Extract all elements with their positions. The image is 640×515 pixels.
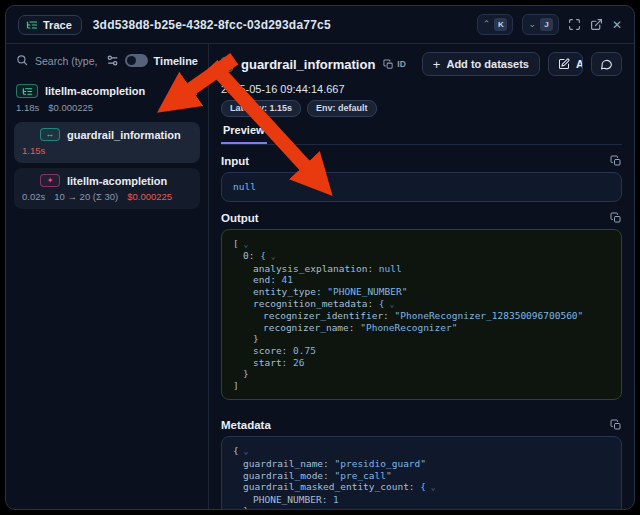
external-link-icon[interactable] [590, 18, 603, 31]
tab-preview[interactable]: Preview [221, 124, 267, 144]
observation-tree: litellm-acompletion 1.18s $0.000225 [14, 81, 200, 209]
chevron-up-icon: ⌃ [483, 20, 491, 29]
keycap-j: J [540, 18, 553, 31]
copy-output-button[interactable] [610, 212, 622, 224]
copy-icon [610, 155, 622, 167]
tab-bar: Preview [221, 124, 622, 145]
tree-item-guardrail-information[interactable]: ↔ guardrail_information 1.15s [14, 122, 200, 163]
span-icon: ↔ [221, 57, 233, 72]
pen-square-icon [558, 58, 570, 70]
annotate-button-group: Annotate ⌄ [548, 52, 583, 76]
code-line: ] [233, 380, 610, 392]
comment-bubble-icon [600, 58, 613, 71]
generation-icon: ✦ [40, 174, 60, 187]
code-line: end: 41 [233, 274, 610, 286]
tree-item-root-trace[interactable]: litellm-acompletion 1.18s $0.000225 [14, 81, 200, 117]
search-icon [16, 54, 29, 67]
code-line: score: 0.75 [233, 345, 610, 357]
chevron-down-icon: ⌄ [528, 20, 536, 29]
env-badge: Env: default [307, 100, 377, 117]
plus-icon: + [433, 58, 441, 71]
code-line: null [233, 181, 610, 193]
expand-icon[interactable] [568, 18, 581, 31]
comment-button[interactable] [591, 52, 622, 76]
timestamp: 2025-05-16 09:44:14.667 [221, 83, 622, 95]
trace-tree-sidebar: Timeline litellm-acompletion [6, 44, 209, 509]
search-input[interactable] [35, 55, 100, 67]
metadata-section-label: Metadata [221, 419, 271, 431]
root-cost: $0.000225 [48, 102, 93, 113]
code-line: recognizer_identifier: "PhoneRecognizer_… [233, 310, 610, 322]
prev-observation-button[interactable]: ⌃ K [477, 14, 514, 35]
code-line: } [233, 505, 610, 510]
output-json: [ ⌄0: { ⌄analysis_explanation: nullend: … [221, 229, 622, 401]
code-line: { ⌄ [233, 445, 610, 458]
id-label: ID [397, 59, 406, 69]
code-line: } [233, 368, 610, 380]
copy-icon [383, 59, 394, 70]
trace-icon [16, 84, 38, 98]
annotate-button[interactable]: Annotate [549, 53, 583, 75]
code-line: guardrail_masked_entity_count: { ⌄ [233, 481, 610, 494]
code-line: entity_type: "PHONE_NUMBER" [233, 286, 610, 298]
code-line: } [233, 333, 610, 345]
observation-latency: 0.02s [22, 191, 45, 202]
code-line: recognizer_name: "PhoneRecognizer" [233, 322, 610, 334]
trace-peek-window: Trace 3dd538d8-b25e-4382-8fcc-03d293da77… [5, 5, 635, 510]
timeline-toggle[interactable] [125, 54, 148, 67]
code-line: recognition_metadata: { ⌄ [233, 298, 610, 311]
add-to-datasets-button[interactable]: + Add to datasets [422, 52, 540, 76]
list-tree-icon [26, 19, 38, 31]
tree-item-label: litellm-acompletion [67, 175, 167, 187]
page-title: guardrail_information [241, 57, 375, 72]
observation-cost: $0.000225 [127, 191, 172, 202]
trace-badge-label: Trace [43, 19, 72, 31]
root-latency: 1.18s [16, 102, 39, 113]
topbar: Trace 3dd538d8-b25e-4382-8fcc-03d293da77… [6, 6, 634, 44]
observation-tokens: 10 → 20 (Σ 30) [54, 191, 118, 202]
observation-latency: 1.15s [22, 145, 45, 156]
tree-item-litellm-acompletion[interactable]: ✦ litellm-acompletion 0.02s 10 → 20 (Σ 3… [14, 168, 200, 209]
timeline-label: Timeline [154, 55, 198, 67]
toggle-knob [127, 56, 136, 65]
code-line: guardrail_mode: "pre_call" [233, 470, 610, 482]
input-section-label: Input [221, 155, 249, 167]
copy-input-button[interactable] [610, 155, 622, 167]
keycap-k: K [494, 18, 507, 31]
observation-detail-panel: ↔ guardrail_information ID + Add to data… [209, 44, 634, 509]
trace-type-badge[interactable]: Trace [18, 15, 82, 35]
copy-icon [610, 419, 622, 431]
collapse-all-icon[interactable] [171, 86, 181, 96]
close-icon[interactable]: ✕ [612, 18, 622, 32]
span-icon: ↔ [40, 128, 60, 141]
code-line: guardrail_name: "presidio_guard" [233, 458, 610, 470]
next-observation-button[interactable]: ⌄ J [522, 14, 559, 35]
topbar-actions: ⌃ K ⌄ J ✕ [477, 14, 622, 35]
latency-badge: Latency: 1.15s [221, 100, 301, 117]
code-line: 0: { ⌄ [233, 250, 610, 263]
code-line: [ ⌄ [233, 238, 610, 251]
output-section-label: Output [221, 212, 259, 224]
code-line: PHONE_NUMBER: 1 [233, 494, 610, 506]
tree-item-label: litellm-acompletion [45, 85, 145, 97]
expand-all-icon[interactable] [188, 86, 198, 96]
code-line: analysis_explanation: null [233, 263, 610, 275]
input-value-box: null [221, 172, 622, 202]
copy-metadata-button[interactable] [610, 419, 622, 431]
search-row: Timeline [14, 52, 200, 69]
copy-id-button[interactable]: ID [383, 59, 406, 70]
trace-id: 3dd538d8-b25e-4382-8fcc-03d293da77c5 [93, 18, 331, 32]
metadata-json: { ⌄guardrail_name: "presidio_guard"guard… [221, 436, 622, 510]
code-line: start: 26 [233, 357, 610, 369]
filter-icon[interactable] [106, 54, 119, 67]
copy-icon [610, 212, 622, 224]
tree-item-label: guardrail_information [67, 129, 181, 141]
